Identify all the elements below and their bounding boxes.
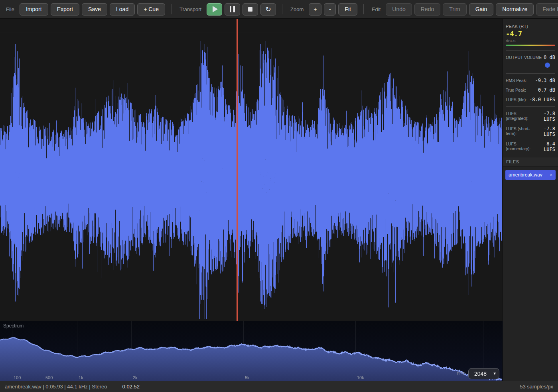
undo-button[interactable]: Undo xyxy=(386,3,412,16)
trim-button[interactable]: Trim xyxy=(443,3,466,16)
fade-in-button[interactable]: Fade In xyxy=(536,3,558,16)
output-volume-value: 0 dB xyxy=(544,55,555,60)
fft-size-select[interactable]: 2048 xyxy=(468,368,499,379)
peak-rt-unit: dBFS xyxy=(506,39,555,43)
stat-row-rms-peak: RMS Peak: -9.3 dB xyxy=(506,78,555,83)
freq-label-1k: 1k xyxy=(79,375,83,380)
transport-group-label: Transport xyxy=(179,6,201,12)
save-button[interactable]: Save xyxy=(82,3,107,16)
edit-group-label: Edit xyxy=(372,6,381,12)
file-name: amenbreak.wav xyxy=(509,172,542,178)
files-section-header: FILES xyxy=(503,157,558,167)
fft-label: FFT: xyxy=(457,371,465,376)
status-samples-per-px: 53 samples/px xyxy=(520,384,553,390)
spectrum-canvas xyxy=(0,321,502,381)
waveform-canvas[interactable] xyxy=(0,19,502,321)
toolbar-separator xyxy=(171,4,172,14)
load-button[interactable]: Load xyxy=(110,3,135,16)
output-volume-slider[interactable] xyxy=(506,61,555,69)
spectrum-title: Spectrum xyxy=(3,323,24,329)
sidebar-divider xyxy=(506,73,555,74)
zoom-group-label: Zoom xyxy=(290,6,304,12)
freq-label-500: 500 xyxy=(45,375,53,380)
stat-row-lufs-integrated: LUFS (integrated): -7.8 LUFS xyxy=(506,111,555,122)
gain-button[interactable]: Gain xyxy=(469,3,494,16)
freq-label-2k: 2k xyxy=(133,375,138,380)
volume-slider-thumb[interactable] xyxy=(545,63,550,68)
freq-label-5k: 5k xyxy=(245,375,250,380)
import-button[interactable]: Import xyxy=(20,3,48,16)
peak-meter-bar xyxy=(506,45,555,46)
toolbar-separator xyxy=(363,4,364,14)
sidebar: PEAK (RT) -4.7 dBFS OUTPUT VOLUME 0 dB R… xyxy=(503,19,558,381)
add-cue-button[interactable]: + Cue xyxy=(137,3,165,16)
stat-row-lufs-short-term: LUFS (short-term): -7.8 LUFS xyxy=(506,126,555,137)
loop-button[interactable]: ↻ xyxy=(260,3,276,16)
freq-label-100: 100 xyxy=(14,375,21,380)
zoom-out-button[interactable]: - xyxy=(324,3,336,16)
spectrum-panel: Spectrum 1005001k2k5k10k FFT: 2048 ▾ xyxy=(0,321,503,381)
main-toolbar: File Import Export Save Load + Cue Trans… xyxy=(0,0,558,19)
file-group-label: File xyxy=(6,6,14,12)
playhead-cursor[interactable] xyxy=(237,19,238,321)
toolbar-separator xyxy=(282,4,282,14)
pause-button[interactable] xyxy=(225,3,240,16)
play-icon xyxy=(213,6,218,12)
editor-column: Spectrum 1005001k2k5k10k FFT: 2048 ▾ xyxy=(0,19,503,381)
file-item-amenbreak[interactable]: amenbreak.wav × xyxy=(505,170,556,180)
waveform-panel xyxy=(0,19,503,321)
close-icon[interactable]: × xyxy=(550,172,552,177)
fft-control: FFT: 2048 ▾ xyxy=(457,368,499,379)
redo-button[interactable]: Redo xyxy=(414,3,440,16)
zoom-fit-button[interactable]: Fit xyxy=(338,3,357,16)
sidebar-divider xyxy=(506,106,555,107)
peak-rt-value: -4.7 xyxy=(506,30,555,38)
loop-icon: ↻ xyxy=(265,6,271,13)
peak-rt-label: PEAK (RT) xyxy=(506,22,555,29)
stop-button[interactable] xyxy=(243,3,258,16)
play-button[interactable] xyxy=(207,3,222,16)
output-volume-label: OUTPUT VOLUME xyxy=(506,55,542,60)
normalize-button[interactable]: Normalize xyxy=(496,3,534,16)
pause-icon xyxy=(230,6,235,12)
status-file-info: amenbreak.wav | 0:05.93 | 44.1 kHz | Ste… xyxy=(5,384,107,390)
main-content: Spectrum 1005001k2k5k10k FFT: 2048 ▾ PEA… xyxy=(0,19,558,381)
zoom-in-button[interactable]: + xyxy=(309,3,321,16)
stat-row-lufs-momentary: LUFS (momentary): -8.4 LUFS xyxy=(506,141,555,152)
stat-row-lufs-file: LUFS (file): -8.0 LUFS xyxy=(506,97,555,102)
export-button[interactable]: Export xyxy=(51,3,79,16)
stop-icon xyxy=(248,7,252,12)
status-cursor-time: 0:02.52 xyxy=(122,384,140,390)
stat-row-true-peak: True Peak: 0.7 dB xyxy=(506,87,555,93)
status-bar: amenbreak.wav | 0:05.93 | 44.1 kHz | Ste… xyxy=(0,381,558,392)
freq-label-10k: 10k xyxy=(357,375,364,380)
sidebar-divider xyxy=(506,50,555,51)
